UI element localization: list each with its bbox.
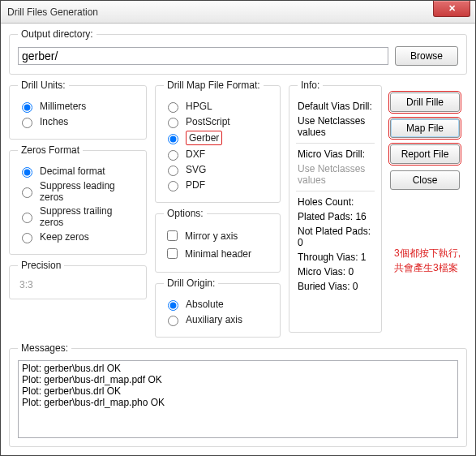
radio-auxiliary[interactable]: Auxiliary axis — [164, 313, 272, 326]
default-vias-sub: Use Netclasses values — [298, 115, 373, 138]
holes-micro: Micro Vias: 0 — [298, 266, 373, 277]
output-directory-group: Output directory: Browse — [9, 28, 467, 75]
close-button[interactable]: Close — [390, 170, 460, 190]
info-legend: Info: — [298, 80, 323, 91]
radio-absolute[interactable]: Absolute — [164, 298, 272, 311]
radio-svg[interactable]: SVG — [164, 163, 272, 176]
drill-map-format-group: Drill Map File Format: HPGL PostScript G… — [155, 80, 281, 203]
titlebar: Drill Files Generation ✕ — [1, 1, 475, 24]
messages-textarea[interactable]: Plot: gerber\bus.drl OK Plot: gerber\bus… — [18, 360, 458, 438]
holes-plated: Plated Pads: 16 — [298, 211, 373, 222]
browse-button[interactable]: Browse — [395, 46, 458, 66]
divider — [296, 143, 375, 144]
radio-pdf[interactable]: PDF — [164, 179, 272, 191]
holes-not-plated: Not Plated Pads: 0 — [298, 226, 373, 248]
info-group: Info: Default Vias Drill: Use Netclasses… — [289, 80, 382, 333]
radio-keep-zeros[interactable]: Keep zeros — [18, 230, 138, 243]
drill-units-legend: Drill Units: — [18, 80, 69, 91]
precision-legend: Precision — [18, 260, 64, 271]
drill-map-format-legend: Drill Map File Format: — [164, 80, 264, 91]
messages-legend: Messages: — [18, 342, 71, 354]
drill-origin-group: Drill Origin: Absolute Auxiliary axis — [155, 277, 281, 338]
micro-vias-label: Micro Vias Drill: — [298, 148, 373, 160]
close-icon[interactable]: ✕ — [433, 1, 470, 17]
options-group: Options: Mirror y axis Minimal header — [155, 208, 281, 273]
holes-count-legend: Holes Count: — [298, 196, 373, 208]
radio-millimeters[interactable]: Millimeters — [18, 100, 138, 113]
report-file-button[interactable]: Report File — [390, 144, 460, 164]
output-directory-input[interactable] — [18, 47, 388, 65]
radio-postscript[interactable]: PostScript — [164, 115, 272, 128]
precision-group: Precision 3:3 — [9, 260, 147, 299]
radio-inches[interactable]: Inches — [18, 115, 138, 128]
output-directory-legend: Output directory: — [18, 28, 96, 40]
precision-value: 3:3 — [18, 277, 138, 290]
zeros-format-group: Zeros Format Decimal format Suppress lea… — [9, 144, 147, 255]
radio-decimal-format[interactable]: Decimal format — [18, 165, 138, 178]
radio-hpgl[interactable]: HPGL — [164, 100, 272, 113]
check-minimal-header[interactable]: Minimal header — [164, 246, 272, 261]
holes-through: Through Vias: 1 — [298, 252, 373, 263]
map-file-button[interactable]: Map File — [390, 118, 460, 138]
drill-origin-legend: Drill Origin: — [164, 277, 218, 289]
window-title: Drill Files Generation — [7, 6, 98, 18]
zeros-format-legend: Zeros Format — [18, 144, 83, 156]
radio-suppress-leading[interactable]: Suppress leading zeros — [18, 180, 138, 203]
messages-group: Messages: Plot: gerber\bus.drl OK Plot: … — [9, 342, 467, 447]
radio-suppress-trailing[interactable]: Suppress trailing zeros — [18, 205, 138, 228]
divider — [296, 191, 375, 191]
holes-buried: Buried Vias: 0 — [298, 281, 373, 292]
annotation-text: 3個都按下執行, 共會產生3檔案 — [394, 246, 461, 275]
drill-units-group: Drill Units: Millimeters Inches — [9, 80, 147, 140]
drill-file-button[interactable]: Drill Fille — [390, 92, 460, 112]
default-vias-label: Default Vias Drill: — [298, 101, 373, 112]
check-mirror-y[interactable]: Mirror y axis — [164, 228, 272, 243]
micro-vias-sub: Use Netclasses values — [298, 163, 373, 186]
options-legend: Options: — [164, 208, 207, 219]
radio-gerber[interactable]: Gerber — [164, 131, 272, 145]
radio-dxf[interactable]: DXF — [164, 148, 272, 161]
